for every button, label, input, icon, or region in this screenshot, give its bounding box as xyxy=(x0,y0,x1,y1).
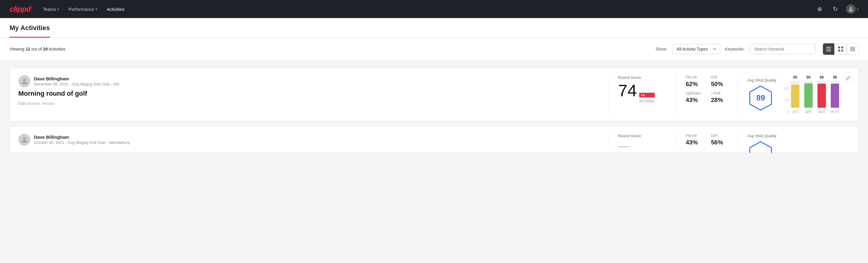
stat-updown-1: Up/Down 43% xyxy=(686,91,703,104)
header: clippd Teams ▾ Performance ▾ Activities … xyxy=(0,0,868,18)
refresh-icon[interactable]: ↻ xyxy=(830,4,840,14)
user-info-1: Dave Billingham December 05, 2021 - Gog … xyxy=(34,76,119,86)
user-info-2: Dave Billingham October 16, 2021 - Gog M… xyxy=(34,135,130,145)
avatar-chevron-icon: ▾ xyxy=(857,7,858,11)
card-left-1: Dave Billingham December 05, 2021 - Gog … xyxy=(18,75,598,106)
data-source-1: Data Source: Arccos xyxy=(18,101,598,106)
svg-rect-7 xyxy=(841,50,843,52)
svg-rect-11 xyxy=(850,51,855,51)
activities-list: Dave Billingham December 05, 2021 - Gog … xyxy=(0,60,868,160)
round-score-label-1: Round Score xyxy=(618,75,666,80)
view-toggle xyxy=(823,43,858,55)
stat-gir-2: GIR 56% xyxy=(711,134,728,146)
score-value-1: 74 xyxy=(618,82,637,99)
edit-button-1[interactable] xyxy=(843,73,853,83)
svg-rect-5 xyxy=(841,47,843,49)
hexagon-wrap-1: 89 xyxy=(747,85,777,111)
score-badge-1: +4 xyxy=(639,93,654,97)
nav-performance[interactable]: Performance ▾ xyxy=(69,4,97,14)
svg-rect-8 xyxy=(850,47,855,48)
user-date-2: October 16, 2021 - Gog Magog Golf Club -… xyxy=(34,140,130,145)
viewing-count: 12 xyxy=(26,47,30,52)
svg-point-12 xyxy=(23,79,26,82)
activity-card-1: Dave Billingham December 05, 2021 - Gog … xyxy=(10,68,858,121)
svg-rect-4 xyxy=(838,47,840,49)
divider-2c xyxy=(738,134,738,146)
add-icon[interactable]: ⊕ xyxy=(815,4,825,14)
hexagon-2 xyxy=(747,141,774,153)
logo: clippd xyxy=(10,4,31,14)
shot-quality-label-2: Avg Shot Quality xyxy=(747,134,777,138)
activity-title-1: Morning round of golf xyxy=(18,90,598,97)
filters-bar: Viewing 12 out of 29 Activities Show: Al… xyxy=(0,38,868,60)
list-view-button[interactable] xyxy=(823,43,834,55)
divider-1b xyxy=(676,75,676,114)
viewing-text: Viewing 12 out of 29 Activities xyxy=(10,47,651,52)
page-title: My Activities xyxy=(10,18,50,38)
score-row-1: 74 +4 18 Holes xyxy=(618,82,666,103)
shot-quality-label-1: Avg Shot Quality xyxy=(747,78,777,83)
compact-view-button[interactable] xyxy=(847,43,858,55)
stat-fw-hit-2: FW Hit 43% xyxy=(686,134,703,146)
svg-point-0 xyxy=(850,7,852,9)
header-left: clippd Teams ▾ Performance ▾ Activities xyxy=(10,4,125,14)
stats-grid-2: FW Hit 43% GIR 56% xyxy=(686,134,728,146)
keywords-label: Keywords: xyxy=(725,47,745,52)
stats-grid-1: FW Hit 62% GIR 50% Up/Down 43% 1 Putt 28… xyxy=(686,75,728,104)
nav-activities[interactable]: Activities xyxy=(107,4,125,14)
score-value-2: — xyxy=(618,141,629,151)
hexagon-value-1: 89 xyxy=(756,93,765,103)
svg-rect-6 xyxy=(838,50,840,52)
hexagon-1: 89 xyxy=(747,85,774,111)
user-row-2: Dave Billingham October 16, 2021 - Gog M… xyxy=(18,134,598,146)
divider-1c xyxy=(738,75,738,114)
svg-rect-10 xyxy=(850,49,855,50)
svg-rect-1 xyxy=(826,47,831,48)
bar-arg-1: 89 ARG xyxy=(817,75,826,114)
show-label: Show: xyxy=(656,47,668,52)
teams-chevron-icon: ▾ xyxy=(57,7,59,11)
user-avatar-1 xyxy=(18,75,30,87)
performance-chevron-icon: ▾ xyxy=(96,7,97,11)
main-nav: Teams ▾ Performance ▾ Activities xyxy=(43,4,125,14)
stat-1putt-1: 1 Putt 28% xyxy=(711,91,728,104)
user-name-1: Dave Billingham xyxy=(34,76,119,81)
avatar xyxy=(846,4,856,14)
user-avatar-2 xyxy=(18,134,30,146)
hexagon-wrap-2 xyxy=(747,141,777,153)
divider-1a xyxy=(608,75,609,114)
svg-rect-3 xyxy=(826,51,831,51)
y-axis-1: 100 50 0 xyxy=(784,87,791,114)
divider-2a xyxy=(608,134,609,146)
shot-quality-1: Avg Shot Quality 89 100 50 0 xyxy=(747,75,850,114)
bar-ott-1: 85 OTT xyxy=(791,75,799,114)
svg-point-14 xyxy=(23,137,26,140)
stat-gir-1: GIR 50% xyxy=(711,75,728,88)
round-score-label-2: Round Score xyxy=(618,134,666,138)
user-date-1: December 05, 2021 - Gog Magog Golf Club … xyxy=(34,82,119,86)
shot-quality-2: Avg Shot Quality xyxy=(747,134,850,153)
svg-rect-2 xyxy=(826,49,831,49)
svg-marker-15 xyxy=(750,142,771,153)
stat-fw-hit-1: FW Hit 62% xyxy=(686,75,703,88)
round-score-1: Round Score 74 +4 18 Holes xyxy=(618,75,666,103)
page-title-bar: My Activities xyxy=(0,18,868,38)
grid-view-button[interactable] xyxy=(835,43,846,55)
card-left-2: Dave Billingham October 16, 2021 - Gog M… xyxy=(18,134,598,148)
bar-putt-1: 89 PUTT xyxy=(831,75,839,114)
score-row-2: — xyxy=(618,141,666,151)
svg-rect-9 xyxy=(850,48,855,49)
bar-chart-1: 100 50 0 85 OTT 90 xyxy=(784,75,839,114)
user-row-1: Dave Billingham December 05, 2021 - Gog … xyxy=(18,75,598,87)
header-right: ⊕ ↻ ▾ xyxy=(815,4,858,14)
user-name-2: Dave Billingham xyxy=(34,135,130,140)
user-avatar-button[interactable]: ▾ xyxy=(846,4,858,14)
keyword-search-input[interactable] xyxy=(749,44,816,54)
activity-type-select[interactable]: All Activity Types xyxy=(672,44,720,54)
total-count: 29 xyxy=(43,47,48,52)
divider-2b xyxy=(676,134,676,146)
activity-card-2: Dave Billingham October 16, 2021 - Gog M… xyxy=(10,126,858,153)
nav-teams[interactable]: Teams ▾ xyxy=(43,4,59,14)
score-holes-1: 18 Holes xyxy=(639,99,654,103)
round-score-2: Round Score — xyxy=(618,134,666,151)
